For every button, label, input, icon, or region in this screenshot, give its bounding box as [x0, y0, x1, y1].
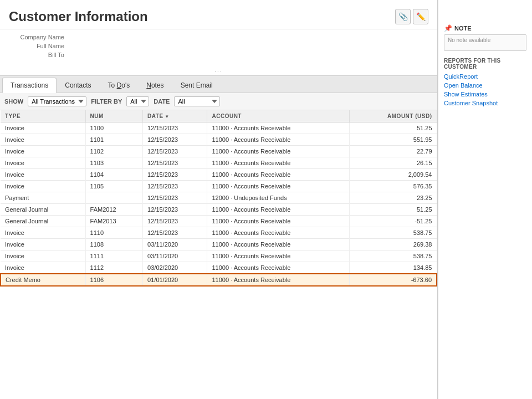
- cell-date: 03/02/2020: [143, 262, 207, 274]
- bill-to-value: [69, 52, 428, 58]
- cell-amount: 51.25: [350, 204, 437, 216]
- cell-type: Invoice: [1, 169, 85, 181]
- company-name-label: Company Name: [9, 34, 64, 40]
- cell-date: 12/15/2023: [143, 204, 207, 216]
- cell-amount: 269.38: [350, 239, 437, 250]
- cell-account: 11000 · Accounts Receivable: [207, 262, 350, 274]
- tab-todos[interactable]: To Do's: [100, 78, 139, 93]
- col-date[interactable]: DATE: [143, 110, 207, 122]
- cell-num: 1110: [85, 227, 143, 239]
- customer-snapshot-link[interactable]: Customer Snapshot: [444, 100, 526, 106]
- pin-icon: 📌: [444, 24, 452, 32]
- date-label: DATE: [154, 98, 170, 105]
- cell-account: 11000 · Accounts Receivable: [207, 204, 350, 216]
- cell-amount: 134.85: [350, 262, 437, 274]
- note-box: No note available: [444, 34, 526, 51]
- table-row[interactable]: Invoice111012/15/202311000 · Accounts Re…: [1, 227, 437, 239]
- cell-num: 1101: [85, 134, 143, 146]
- cell-account: 11000 · Accounts Receivable: [207, 216, 350, 227]
- table-row[interactable]: Invoice110803/11/202011000 · Accounts Re…: [1, 239, 437, 250]
- page-title: Customer Information: [9, 9, 148, 24]
- filter-by-label: FILTER BY: [91, 98, 122, 105]
- cell-type: General Journal: [1, 204, 85, 216]
- cell-type: Invoice: [1, 227, 85, 239]
- col-type: TYPE: [1, 110, 85, 122]
- cell-num: FAM2013: [85, 216, 143, 227]
- cell-date: 12/15/2023: [143, 134, 207, 146]
- quickreport-link[interactable]: QuickReport: [444, 73, 526, 80]
- cell-amount: 551.95: [350, 134, 437, 146]
- open-balance-link[interactable]: Open Balance: [444, 82, 526, 89]
- cell-type: Invoice: [1, 250, 85, 262]
- cell-num: 1111: [85, 250, 143, 262]
- table-row[interactable]: Invoice110112/15/202311000 · Accounts Re…: [1, 134, 437, 146]
- table-row[interactable]: General JournalFAM201312/15/202311000 · …: [1, 216, 437, 227]
- col-num: NUM: [85, 110, 143, 122]
- filter-by-select[interactable]: All: [126, 96, 149, 106]
- table-row[interactable]: Invoice111203/02/202011000 · Accounts Re…: [1, 262, 437, 274]
- cell-amount: 2,009.54: [350, 169, 437, 181]
- cell-num: 1108: [85, 239, 143, 250]
- cell-num: 1100: [85, 122, 143, 134]
- cell-date: 12/15/2023: [143, 227, 207, 239]
- show-label: SHOW: [4, 98, 23, 105]
- cell-amount: 51.25: [350, 122, 437, 134]
- cell-num: 1102: [85, 146, 143, 157]
- cell-date: 03/11/2020: [143, 239, 207, 250]
- table-row[interactable]: Payment12/15/202312000 · Undeposited Fun…: [1, 192, 437, 204]
- cell-amount: 22.79: [350, 146, 437, 157]
- table-row[interactable]: Invoice110512/15/202311000 · Accounts Re…: [1, 181, 437, 192]
- table-row[interactable]: Invoice111103/11/202011000 · Accounts Re…: [1, 250, 437, 262]
- cell-date: 12/15/2023: [143, 146, 207, 157]
- reports-header: REPORTS FOR THIS CUSTOMER: [444, 58, 526, 70]
- date-select[interactable]: All This Month This Year: [174, 96, 220, 106]
- cell-account: 11000 · Accounts Receivable: [207, 122, 350, 134]
- filters-bar: SHOW All Transactions Open Invoices Paid…: [0, 93, 437, 110]
- cell-type: Invoice: [1, 134, 85, 146]
- cell-account: 11000 · Accounts Receivable: [207, 274, 350, 286]
- right-panel: 📌 NOTE No note available REPORTS FOR THI…: [438, 0, 532, 399]
- cell-account: 11000 · Accounts Receivable: [207, 239, 350, 250]
- cell-date: 12/15/2023: [143, 192, 207, 204]
- cell-date: 12/15/2023: [143, 157, 207, 169]
- cell-date: 01/01/2020: [143, 274, 207, 286]
- table-row[interactable]: Invoice110212/15/202311000 · Accounts Re…: [1, 146, 437, 157]
- attachment-button[interactable]: 📎: [395, 9, 411, 24]
- show-estimates-link[interactable]: Show Estimates: [444, 91, 526, 98]
- table-row[interactable]: Invoice110312/15/202311000 · Accounts Re…: [1, 157, 437, 169]
- tab-sent-email[interactable]: Sent Email: [172, 78, 221, 93]
- tab-contacts[interactable]: Contacts: [57, 78, 99, 93]
- cell-type: General Journal: [1, 216, 85, 227]
- col-account: ACCOUNT: [207, 110, 350, 122]
- cell-num: 1104: [85, 169, 143, 181]
- cell-num: [85, 192, 143, 204]
- table-row[interactable]: Credit Memo110601/01/202011000 · Account…: [1, 274, 437, 286]
- cell-account: 11000 · Accounts Receivable: [207, 169, 350, 181]
- edit-button[interactable]: ✏️: [413, 9, 428, 24]
- table-row[interactable]: Invoice110412/15/202311000 · Accounts Re…: [1, 169, 437, 181]
- cell-account: 11000 · Accounts Receivable: [207, 157, 350, 169]
- cell-type: Credit Memo: [1, 274, 85, 286]
- tab-notes[interactable]: Notes: [138, 78, 172, 93]
- cell-num: 1106: [85, 274, 143, 286]
- cell-account: 11000 · Accounts Receivable: [207, 181, 350, 192]
- cell-type: Invoice: [1, 181, 85, 192]
- cell-type: Invoice: [1, 239, 85, 250]
- cell-date: 03/11/2020: [143, 250, 207, 262]
- cell-date: 12/15/2023: [143, 122, 207, 134]
- bill-to-label: Bill To: [9, 52, 64, 58]
- tab-transactions[interactable]: Transactions: [2, 78, 57, 93]
- table-row[interactable]: Invoice110012/15/202311000 · Accounts Re…: [1, 122, 437, 134]
- cell-amount: 538.75: [350, 227, 437, 239]
- table-row[interactable]: General JournalFAM201212/15/202311000 · …: [1, 204, 437, 216]
- cell-type: Invoice: [1, 157, 85, 169]
- customer-fields: Company Name Full Name Bill To: [0, 29, 437, 65]
- cell-account: 12000 · Undeposited Funds: [207, 192, 350, 204]
- cell-date: 12/15/2023: [143, 169, 207, 181]
- company-name-value: [69, 34, 428, 40]
- cell-account: 11000 · Accounts Receivable: [207, 250, 350, 262]
- show-select[interactable]: All Transactions Open Invoices Paid Invo…: [28, 96, 86, 106]
- cell-num: 1105: [85, 181, 143, 192]
- col-amount: AMOUNT (USD): [350, 110, 437, 122]
- cell-amount: 23.25: [350, 192, 437, 204]
